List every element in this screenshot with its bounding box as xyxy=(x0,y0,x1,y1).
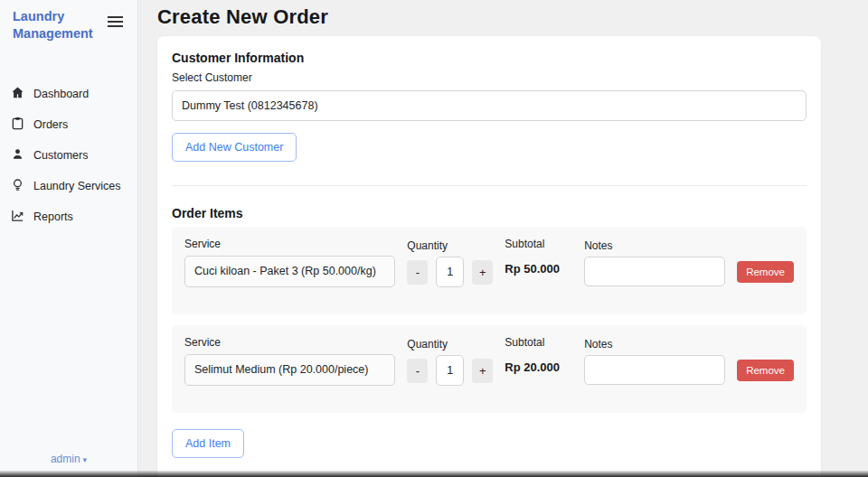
sidebar-item-label: Reports xyxy=(33,210,73,223)
quantity-label: Quantity xyxy=(407,338,493,351)
add-item-button[interactable]: Add Item xyxy=(172,429,244,458)
home-icon xyxy=(11,86,24,102)
sidebar: Laundry Management Dashboard Orders xyxy=(0,0,138,477)
app-window: Laundry Management Dashboard Orders xyxy=(0,0,868,477)
quantity-decrement-button[interactable]: - xyxy=(407,359,428,383)
sidebar-item-laundry-services[interactable]: Laundry Services xyxy=(0,171,137,201)
select-customer-label: Select Customer xyxy=(172,71,807,84)
sidebar-nav: Dashboard Orders Customers Laundry Servi… xyxy=(0,79,137,232)
quantity-input[interactable] xyxy=(436,355,464,386)
service-select[interactable]: Cuci kiloan - Paket 3 (Rp 50.000/kg) xyxy=(184,256,395,287)
subtotal-value: Rp 50.000 xyxy=(505,262,572,276)
remove-item-button[interactable]: Remove xyxy=(737,360,794,381)
app-brand: Laundry Management xyxy=(13,8,94,42)
remove-item-button[interactable]: Remove xyxy=(737,261,794,283)
user-menu-label: admin xyxy=(51,453,80,465)
sidebar-item-label: Customers xyxy=(33,149,88,162)
subtotal-label: Subtotal xyxy=(505,336,572,349)
sidebar-item-label: Laundry Services xyxy=(33,180,121,192)
sidebar-item-orders[interactable]: Orders xyxy=(0,109,137,140)
notes-input[interactable] xyxy=(584,355,725,385)
lightbulb-icon xyxy=(11,178,24,194)
service-label: Service xyxy=(184,336,395,349)
add-new-customer-button[interactable]: Add New Customer xyxy=(172,133,297,162)
quantity-input[interactable] xyxy=(436,257,464,287)
notes-label: Notes xyxy=(584,338,725,351)
section-divider xyxy=(172,185,807,186)
customer-information-heading: Customer Information xyxy=(172,51,807,65)
main-content: Create New Order Customer Information Se… xyxy=(138,0,868,477)
sidebar-item-reports[interactable]: Reports xyxy=(0,201,137,232)
person-icon xyxy=(11,147,24,164)
hamburger-menu-icon[interactable] xyxy=(106,8,125,35)
quantity-increment-button[interactable]: + xyxy=(472,260,493,285)
sidebar-item-label: Orders xyxy=(33,118,68,131)
sidebar-item-dashboard[interactable]: Dashboard xyxy=(0,79,137,109)
chevron-down-icon: ▾ xyxy=(83,455,88,464)
subtotal-label: Subtotal xyxy=(505,238,572,250)
order-item-row: Service Selimut Medium (Rp 20.000/piece)… xyxy=(172,325,807,413)
notes-input[interactable] xyxy=(584,257,725,286)
quantity-label: Quantity xyxy=(407,239,493,252)
clipboard-icon xyxy=(11,117,24,133)
sidebar-item-label: Dashboard xyxy=(33,88,89,100)
order-item-row: Service Cuci kiloan - Paket 3 (Rp 50.000… xyxy=(172,227,807,314)
customer-select[interactable]: Dummy Test (0812345678) xyxy=(172,90,807,121)
quantity-increment-button[interactable]: + xyxy=(472,359,493,383)
notes-label: Notes xyxy=(584,239,725,252)
service-select[interactable]: Selimut Medium (Rp 20.000/piece) xyxy=(184,354,395,386)
user-menu-dropdown[interactable]: admin▾ xyxy=(51,453,87,465)
subtotal-value: Rp 20.000 xyxy=(505,360,572,374)
service-label: Service xyxy=(184,238,395,250)
order-form-card: Customer Information Select Customer Dum… xyxy=(157,36,821,477)
page-title: Create New Order xyxy=(157,5,868,29)
chart-icon xyxy=(11,209,24,225)
quantity-decrement-button[interactable]: - xyxy=(407,260,428,285)
order-items-heading: Order Items xyxy=(172,206,807,220)
sidebar-item-customers[interactable]: Customers xyxy=(0,140,137,171)
